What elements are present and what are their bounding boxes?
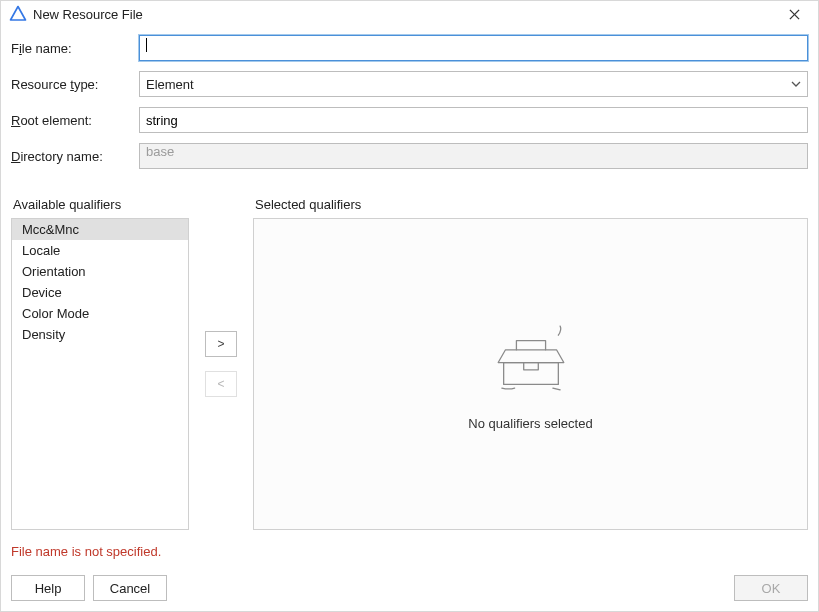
dialog-root: New Resource File File name: Resource ty…	[0, 0, 819, 612]
ok-button: OK	[734, 575, 808, 601]
selected-empty-message: No qualifiers selected	[468, 416, 592, 431]
list-item[interactable]: Mcc&Mnc	[12, 219, 188, 240]
selected-qualifiers-column: Selected qualifiers	[253, 197, 808, 530]
move-buttons-column: > <	[189, 197, 253, 530]
resource-type-select[interactable]: Element	[139, 71, 808, 97]
directory-name-row: Directory name: base	[11, 143, 808, 169]
list-item[interactable]: Orientation	[12, 261, 188, 282]
form-area: File name: Resource type: Element Root e…	[1, 29, 818, 179]
empty-box-icon	[476, 317, 586, 402]
list-item[interactable]: Color Mode	[12, 303, 188, 324]
file-name-input[interactable]	[139, 35, 808, 61]
move-right-button[interactable]: >	[205, 331, 237, 357]
help-button[interactable]: Help	[11, 575, 85, 601]
resource-type-row: Resource type: Element	[11, 71, 808, 97]
selected-qualifiers-box: No qualifiers selected	[253, 218, 808, 530]
list-item[interactable]: Density	[12, 324, 188, 345]
svg-rect-2	[503, 363, 558, 385]
cancel-button[interactable]: Cancel	[93, 575, 167, 601]
dialog-title: New Resource File	[33, 7, 780, 22]
directory-name-label: Directory name:	[11, 149, 139, 164]
error-message: File name is not specified.	[1, 530, 818, 565]
available-qualifiers-title: Available qualifiers	[11, 197, 189, 212]
app-icon	[9, 5, 27, 23]
titlebar: New Resource File	[1, 1, 818, 29]
qualifiers-area: Available qualifiers Mcc&Mnc Locale Orie…	[1, 179, 818, 530]
move-left-button[interactable]: <	[205, 371, 237, 397]
resource-type-value: Element	[140, 77, 785, 92]
file-name-label: File name:	[11, 41, 139, 56]
file-name-row: File name:	[11, 35, 808, 61]
root-element-input[interactable]	[139, 107, 808, 133]
list-item[interactable]: Device	[12, 282, 188, 303]
available-qualifiers-column: Available qualifiers Mcc&Mnc Locale Orie…	[11, 197, 189, 530]
root-element-row: Root element:	[11, 107, 808, 133]
selected-qualifiers-title: Selected qualifiers	[253, 197, 808, 212]
directory-name-input: base	[139, 143, 808, 169]
resource-type-label: Resource type:	[11, 77, 139, 92]
close-button[interactable]	[780, 4, 808, 24]
root-element-label: Root element:	[11, 113, 139, 128]
button-bar: Help Cancel OK	[1, 565, 818, 611]
available-qualifiers-list[interactable]: Mcc&Mnc Locale Orientation Device Color …	[11, 218, 189, 530]
list-item[interactable]: Locale	[12, 240, 188, 261]
chevron-down-icon	[785, 81, 807, 87]
